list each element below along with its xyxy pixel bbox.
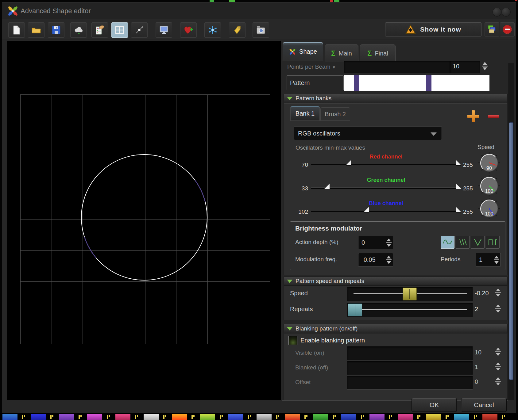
line-node-button[interactable] <box>131 22 148 38</box>
filmstrip-thumbnail[interactable] <box>341 414 356 420</box>
red-max-handle[interactable] <box>456 160 461 165</box>
filmstrip-thumbnail[interactable] <box>257 414 272 420</box>
green-min-handle[interactable] <box>324 184 330 189</box>
points-per-beam-slider[interactable] <box>344 61 450 73</box>
points-per-beam-label[interactable]: Points per Beam ▼ <box>287 63 336 70</box>
visible-on-slider[interactable] <box>347 346 473 360</box>
visible-on-spinner[interactable] <box>494 348 502 356</box>
filmstrip-thumbnail[interactable] <box>228 414 243 420</box>
pattern-banks-header[interactable]: Pattern banks <box>284 94 508 103</box>
blue-min-handle[interactable] <box>364 207 369 212</box>
blue-speed-knob[interactable]: 100 <box>477 197 501 220</box>
action-depth-field[interactable]: 0 <box>358 236 393 249</box>
offset-slider[interactable] <box>347 376 473 390</box>
filmstrip-thumbnail[interactable] <box>285 414 300 420</box>
waveform-triangle-button[interactable] <box>471 236 485 249</box>
layers-button[interactable] <box>485 22 499 36</box>
save-button[interactable] <box>48 22 64 38</box>
green-minmax-slider[interactable] <box>311 188 461 189</box>
speed-repeats-header[interactable]: Pattern speed and repeats <box>284 277 508 286</box>
freeze-button[interactable] <box>204 22 221 38</box>
filmstrip-thumbnail[interactable] <box>172 414 187 420</box>
enable-blanking-label[interactable]: Enable blanking pattern <box>300 337 365 344</box>
bank-tab-brush-2[interactable]: Brush 2 <box>320 107 350 121</box>
action-depth-spinner[interactable] <box>385 239 393 247</box>
show-it-now-button[interactable]: Show it now <box>385 22 481 36</box>
blue-minmax-slider[interactable] <box>311 211 461 212</box>
grid-view-button[interactable] <box>111 22 128 38</box>
action-depth-value[interactable]: 0 <box>358 239 385 246</box>
blanked-off-slider[interactable] <box>347 361 473 375</box>
pattern-button[interactable]: Pattern <box>287 75 344 90</box>
filmstrip-thumbnail[interactable] <box>200 414 215 420</box>
capture-image-button[interactable] <box>253 22 269 38</box>
filmstrip-thumbnail[interactable] <box>115 414 130 420</box>
modulation-freq-field[interactable]: -0.05 <box>358 253 393 266</box>
projection-monitor-button[interactable] <box>156 22 172 38</box>
filmstrip-thumbnail[interactable] <box>482 414 497 420</box>
periods-value[interactable]: 1 <box>476 256 493 263</box>
filmstrip-thumbnail[interactable] <box>59 414 74 420</box>
ok-button[interactable]: OK <box>412 398 457 412</box>
speed-slider-handle[interactable] <box>403 288 417 300</box>
filmstrip[interactable] <box>0 413 518 420</box>
waveform-sawtooth-button[interactable] <box>456 236 470 249</box>
red-min-handle[interactable] <box>346 160 351 165</box>
red-speed-knob[interactable]: 90 <box>477 151 501 174</box>
repeats-value[interactable]: 2 <box>475 306 478 313</box>
cancel-button[interactable]: Cancel <box>461 398 507 412</box>
filmstrip-thumbnail[interactable] <box>426 414 441 420</box>
blanked-off-spinner[interactable] <box>494 362 502 371</box>
green-speed-knob[interactable]: 100 <box>477 174 501 197</box>
filmstrip-thumbnail[interactable] <box>369 414 385 420</box>
bank-tab-1[interactable]: Bank 1 <box>290 106 320 121</box>
tab-final[interactable]: Σ Final <box>360 44 396 62</box>
offset-value[interactable]: 0 <box>475 378 478 385</box>
red-minmax-slider[interactable] <box>311 164 461 165</box>
filmstrip-thumbnail[interactable] <box>31 414 46 420</box>
oscillator-preset-dropdown[interactable]: RGB oscillators <box>294 127 442 140</box>
repeats-spinner[interactable] <box>494 304 502 313</box>
filmstrip-thumbnail[interactable] <box>144 414 159 420</box>
cloud-upload-button[interactable] <box>70 22 87 38</box>
window-close-button[interactable] <box>502 8 511 17</box>
modulation-freq-spinner[interactable] <box>385 256 393 264</box>
filmstrip-thumbnail[interactable] <box>87 414 102 420</box>
modulation-freq-value[interactable]: -0.05 <box>358 256 385 263</box>
window-minimize-button[interactable] <box>493 8 501 17</box>
blanking-header[interactable]: Blanking pattern (on/off) <box>284 324 508 333</box>
filmstrip-thumbnail[interactable] <box>454 414 469 420</box>
periods-field[interactable]: 1 <box>476 253 501 266</box>
panel-scrollbar-thumb[interactable] <box>509 122 513 380</box>
filmstrip-thumbnail[interactable] <box>398 414 413 420</box>
stop-button[interactable] <box>500 22 515 36</box>
enable-blanking-checkbox[interactable] <box>288 336 298 345</box>
repeats-slider-handle[interactable] <box>348 304 362 316</box>
filmstrip-thumbnail[interactable] <box>313 414 328 420</box>
add-favorite-button[interactable] <box>180 22 197 38</box>
offset-spinner[interactable] <box>494 377 502 385</box>
green-max-handle[interactable] <box>456 184 461 189</box>
open-folder-button[interactable] <box>28 22 44 38</box>
speed-spinner[interactable] <box>494 288 502 297</box>
show-list-button[interactable] <box>91 22 108 38</box>
open-folder-icon <box>31 26 41 34</box>
blanked-off-value[interactable]: 1 <box>475 364 478 371</box>
backdrop-artifact <box>515 0 517 1</box>
tab-main[interactable]: Σ Main <box>325 44 358 62</box>
new-document-button[interactable] <box>8 22 25 38</box>
points-per-beam-value[interactable]: 10 <box>453 63 459 70</box>
visible-on-value[interactable]: 10 <box>475 349 481 356</box>
periods-spinner[interactable] <box>493 256 501 264</box>
speed-value[interactable]: -0.20 <box>475 290 489 297</box>
blue-max-handle[interactable] <box>456 207 461 212</box>
remove-bank-icon[interactable] <box>488 115 499 118</box>
tag-button[interactable] <box>229 22 245 38</box>
title-bar[interactable]: Advanced Shape editor <box>2 3 516 20</box>
waveform-square-button[interactable] <box>486 236 500 249</box>
pattern-preview-bar[interactable] <box>344 75 489 91</box>
filmstrip-thumbnail[interactable] <box>2 414 17 420</box>
tab-shape[interactable]: Shape <box>283 42 323 61</box>
waveform-sine-button[interactable] <box>441 236 454 249</box>
points-per-beam-spinner[interactable] <box>481 62 489 70</box>
